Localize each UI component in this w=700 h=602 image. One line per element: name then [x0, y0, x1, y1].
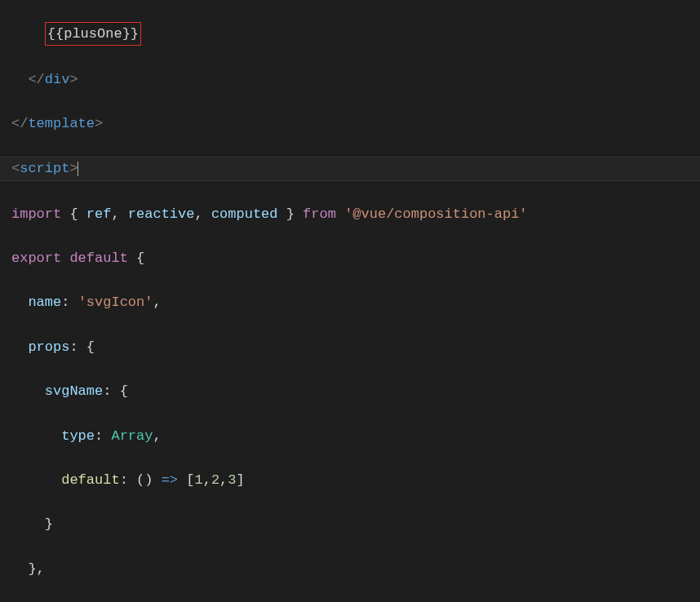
code-editor[interactable]: {{plusOne}} </div> </template> <script> …: [0, 0, 700, 602]
code-line: name: 'svgIcon',: [11, 291, 689, 313]
code-line: export default {: [11, 247, 689, 269]
code-line: import { ref, reactive, computed } from …: [11, 203, 689, 225]
code-line: },: [11, 558, 689, 580]
code-line: </template>: [11, 113, 689, 135]
code-line: type: Array,: [11, 425, 689, 447]
mustache-open: {{: [47, 26, 64, 42]
kw-export: export: [11, 250, 61, 266]
import-path: '@vue/composition-api': [344, 206, 527, 222]
code-line: props: {: [11, 336, 689, 358]
closing-tag-template: template: [28, 116, 95, 131]
code-line: }: [11, 513, 689, 535]
code-line: default: () => [1,2,3]: [11, 469, 689, 491]
highlight-box: {{plusOne}}: [45, 22, 141, 46]
code-line: </div>: [11, 69, 689, 91]
current-line: <script>: [0, 157, 700, 180]
code-line: svgName: {: [11, 380, 689, 402]
kw-default: default: [69, 250, 127, 266]
mustache-close: }}: [122, 26, 139, 42]
closing-tag-div: div: [45, 72, 70, 87]
code-line: {{plusOne}}: [11, 22, 689, 46]
cursor: [78, 162, 78, 177]
kw-import: import: [11, 206, 61, 222]
interpolation-var: plusOne: [64, 26, 122, 42]
script-tag: script: [20, 161, 69, 176]
kw-from: from: [303, 206, 336, 222]
